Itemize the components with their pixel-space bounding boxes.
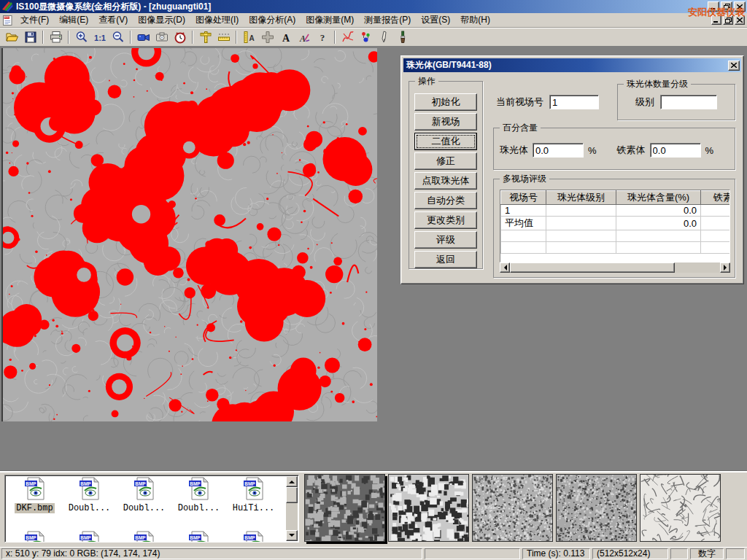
- hscroll-thumb[interactable]: [510, 262, 675, 273]
- thumbnail-image[interactable]: [388, 474, 469, 542]
- hscroll-track[interactable]: [675, 262, 720, 273]
- brush-button[interactable]: [393, 29, 411, 45]
- table-hscrollbar[interactable]: [500, 262, 730, 273]
- restore-button[interactable]: [721, 1, 732, 12]
- vscroll-track[interactable]: [286, 503, 298, 530]
- op-auto-classify-button[interactable]: 自动分类: [414, 192, 477, 209]
- zoom-out-button[interactable]: [109, 29, 127, 45]
- menu-item-measure-report[interactable]: 测量报告(P): [359, 12, 416, 28]
- pearlite-percent-input[interactable]: [533, 143, 584, 158]
- thumbnail-image[interactable]: [304, 474, 385, 542]
- op-change-class-button[interactable]: 更改类别: [414, 211, 477, 229]
- file-item[interactable]: BMP: [226, 531, 281, 542]
- move-cross-button[interactable]: [258, 29, 276, 45]
- menu-item-edit[interactable]: 编辑(E): [54, 12, 93, 28]
- menubar: DOC 文件(F)编辑(E)查看(V)图像显示(D)图像处理(I)图像分析(A)…: [0, 13, 747, 28]
- table-row[interactable]: [501, 230, 731, 242]
- svg-text:A: A: [249, 34, 254, 42]
- text-button[interactable]: A: [276, 29, 295, 45]
- toolbar-separator: [42, 31, 44, 44]
- op-grade-button[interactable]: 评级: [414, 231, 477, 249]
- op-correct-button[interactable]: 修正: [414, 152, 477, 170]
- restore-button[interactable]: [723, 15, 733, 25]
- menu-item-image-measure[interactable]: 图像测量(M): [301, 12, 359, 28]
- grading-group: 珠光体数量分级 级别: [617, 84, 735, 120]
- scroll-down-button[interactable]: [286, 530, 298, 541]
- scroll-left-button[interactable]: [500, 262, 510, 273]
- close-button[interactable]: [734, 1, 746, 12]
- file-item[interactable]: BMPHuiTi...: [226, 477, 281, 513]
- marker-points-button[interactable]: [357, 29, 375, 45]
- menu-item-image-analysis[interactable]: 图像分析(A): [244, 12, 301, 28]
- menu-item-view[interactable]: 查看(V): [93, 12, 133, 28]
- thumbnail[interactable]: [304, 474, 385, 542]
- close-button[interactable]: [735, 15, 745, 25]
- timer-button[interactable]: [171, 29, 189, 45]
- annotate-button[interactable]: A: [295, 29, 313, 45]
- pearlite-dialog: 珠光体(GB/T9441-88) 操作 初始化新视场二值化修正点取珠光体自动分类…: [400, 55, 744, 284]
- status-segment-empty: [726, 548, 745, 559]
- table-row[interactable]: 10.0: [501, 205, 731, 217]
- toolbar-separator: [192, 31, 193, 44]
- help-button[interactable]: ?: [313, 29, 331, 45]
- thumbnail[interactable]: [388, 474, 469, 542]
- minimize-button[interactable]: [711, 15, 721, 25]
- dialog-close-button[interactable]: [728, 61, 740, 71]
- op-initialize-button[interactable]: 初始化: [414, 93, 477, 111]
- curve-tool-icon: [341, 30, 355, 44]
- caliper-button[interactable]: [196, 29, 214, 45]
- save-button[interactable]: [21, 29, 39, 45]
- menu-item-settings[interactable]: 设置(S): [416, 12, 455, 28]
- op-new-field-button[interactable]: 新视场: [414, 113, 477, 131]
- table-row[interactable]: 平均值0.0: [501, 217, 731, 230]
- table-row[interactable]: [501, 242, 731, 254]
- op-binarize-button[interactable]: 二值化: [414, 133, 477, 150]
- thumbnail[interactable]: [556, 474, 637, 542]
- measure-text-button[interactable]: A: [240, 29, 258, 45]
- menu-item-help[interactable]: 帮助(H): [455, 12, 495, 28]
- scroll-right-button[interactable]: [720, 262, 730, 273]
- op-pick-pearlite-button[interactable]: 点取珠光体: [414, 172, 477, 190]
- vscroll-thumb[interactable]: [286, 487, 298, 503]
- file-item[interactable]: BMPDKF.bmp: [7, 477, 62, 513]
- file-item[interactable]: BMPDoubl...: [62, 477, 117, 513]
- thumbnail-image[interactable]: [472, 474, 553, 542]
- menu-item-image-display[interactable]: 图像显示(D): [133, 12, 190, 28]
- curve-tool-button[interactable]: [338, 29, 357, 45]
- thumbnail-image[interactable]: [556, 474, 637, 542]
- file-item[interactable]: BMP: [7, 531, 62, 542]
- minimize-button[interactable]: [708, 1, 719, 12]
- current-field-input[interactable]: [549, 95, 599, 109]
- open-button[interactable]: [3, 29, 21, 45]
- file-item[interactable]: BMPDoubl...: [171, 477, 226, 513]
- thumbnail[interactable]: [640, 474, 721, 542]
- column-header[interactable]: 视场号: [501, 191, 546, 205]
- micrograph-image[interactable]: [1, 48, 377, 421]
- menu-item-image-process[interactable]: 图像处理(I): [190, 12, 244, 28]
- file-item[interactable]: BMP: [117, 531, 171, 542]
- ferrite-percent-input[interactable]: [650, 143, 701, 158]
- print-button[interactable]: [47, 29, 65, 45]
- scroll-up-button[interactable]: [286, 476, 298, 487]
- column-header[interactable]: 铁素体含量(%): [701, 191, 731, 205]
- table-cell: 1: [501, 205, 546, 217]
- level-input[interactable]: [660, 95, 717, 109]
- actual-size-button[interactable]: 1:1: [90, 29, 109, 45]
- ruler-button[interactable]: [214, 29, 233, 45]
- file-item[interactable]: BMP: [62, 531, 117, 542]
- column-header[interactable]: 珠光体含量(%): [616, 191, 701, 205]
- pen-tool-button[interactable]: [375, 29, 393, 45]
- file-item[interactable]: BMPDoubl...: [117, 477, 171, 513]
- video-camera-button[interactable]: [134, 29, 152, 45]
- op-return-button[interactable]: 返回: [414, 251, 477, 268]
- thumbnail[interactable]: [472, 474, 553, 542]
- menu-item-file[interactable]: 文件(F): [15, 12, 54, 28]
- file-row: BMPDKF.bmpBMPDoubl...BMPDoubl...BMPDoubl…: [7, 477, 281, 513]
- ferrite-label: 铁素体: [617, 144, 646, 157]
- file-list-scrollbar[interactable]: [286, 476, 298, 541]
- zoom-in-button[interactable]: [72, 29, 90, 45]
- column-header[interactable]: 珠光体级别: [546, 191, 616, 205]
- thumbnail-image[interactable]: [640, 474, 721, 542]
- file-item[interactable]: BMP: [171, 531, 226, 542]
- camera-button[interactable]: [152, 29, 171, 45]
